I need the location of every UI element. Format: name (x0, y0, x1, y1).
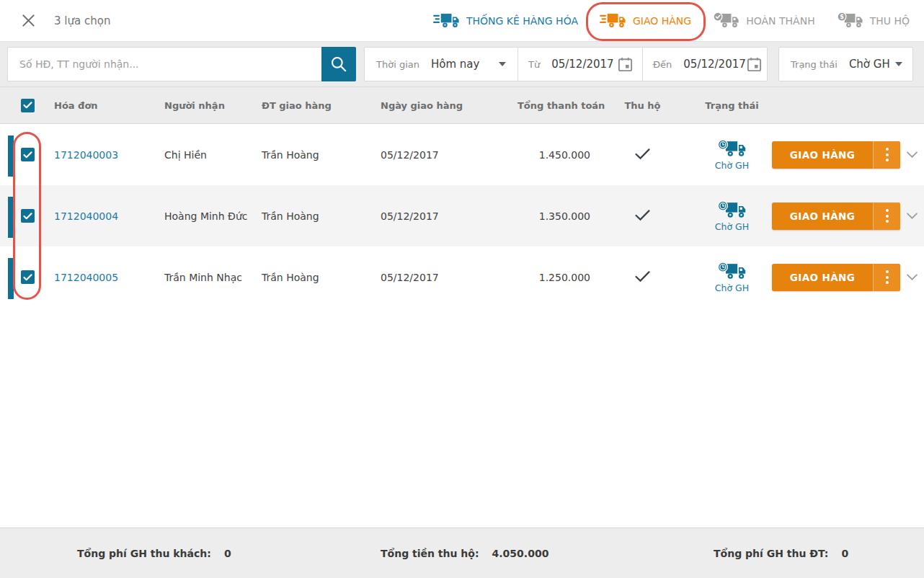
tab-giao-hang[interactable]: GIAO HÀNG (600, 12, 691, 30)
truck-clock-icon (717, 262, 747, 281)
status-cell: Chờ GH (692, 262, 772, 293)
time-range-dropdown[interactable]: Thời gian Hôm nay (365, 48, 517, 81)
filter-bar: Thời gian Hôm nay Từ 05/12/2017 Đến 05/1… (0, 42, 924, 86)
status-label: Chờ GH (715, 221, 749, 232)
tab-label: THU HỘ (870, 15, 910, 27)
total-amount: 1.350.000 (517, 210, 593, 222)
cod-collected-check-icon (634, 209, 651, 221)
tab-label: GIAO HÀNG (633, 15, 691, 27)
deliver-button-label: GIAO HÀNG (772, 203, 873, 230)
status-label: Chờ GH (715, 283, 749, 293)
tab-thong-ke-hang-hoa[interactable]: THỐNG KÊ HÀNG HÓA (433, 12, 578, 30)
recipient-name: Hoàng Minh Đức (164, 210, 262, 222)
to-date-value: 05/12/2017 (683, 58, 745, 71)
calendar-icon[interactable] (746, 56, 763, 73)
row-checkbox[interactable] (21, 148, 35, 161)
delivery-management-screen: 3 lựa chọn THỐNG KÊ HÀNG HÓA (0, 0, 924, 578)
tab-thu-ho[interactable]: $ THU HỘ (837, 12, 910, 30)
column-header-cod: Thu hộ (593, 100, 692, 111)
search-icon (329, 55, 348, 74)
delivery-date: 05/12/2017 (381, 272, 517, 283)
deliver-button[interactable]: GIAO HÀNG (772, 264, 900, 291)
calendar-icon[interactable] (617, 56, 634, 73)
column-header-total: Tổng thanh toán (517, 100, 593, 111)
deliver-button[interactable]: GIAO HÀNG (772, 141, 900, 169)
column-header-status: Trạng thái (692, 100, 772, 111)
column-header-date: Ngày giao hàng (381, 100, 517, 111)
truck-clock-icon (717, 139, 747, 159)
deliver-button-label: GIAO HÀNG (772, 264, 873, 291)
more-options-button[interactable] (873, 203, 900, 230)
partner-fee-label: Tổng phí GH thu ĐT: (714, 548, 828, 559)
tab-hoan-thanh[interactable]: HOÀN THÀNH (713, 12, 814, 30)
truck-clock-icon (717, 200, 747, 220)
row-checkbox[interactable] (21, 270, 35, 284)
deliver-button[interactable]: GIAO HÀNG (772, 203, 900, 230)
status-cell: Chờ GH (692, 139, 772, 171)
time-label: Thời gian (376, 59, 419, 70)
search-input[interactable] (7, 47, 321, 81)
check-icon (23, 151, 32, 159)
expand-row-button[interactable] (907, 213, 918, 219)
selected-row-accent (8, 135, 14, 177)
status-filter-value: Chờ GH (849, 58, 890, 71)
status-label: Chờ GH (715, 160, 749, 171)
chevron-down-icon (499, 62, 506, 66)
invoice-number-link[interactable]: 1712040004 (54, 210, 118, 222)
column-header-recipient: Người nhận (164, 100, 262, 111)
delivery-tabs: THỐNG KÊ HÀNG HÓA GIAO HÀNG HOÀN T (433, 12, 910, 30)
partner-fee-value: 0 (841, 548, 848, 559)
svg-text:$: $ (840, 13, 844, 20)
table-header-row: Hóa đơn Người nhận ĐT giao hàng Ngày gia… (0, 86, 924, 124)
from-date-field[interactable]: Từ 05/12/2017 (517, 48, 642, 81)
chevron-down-icon (907, 274, 918, 280)
status-filter-label: Trạng thái (791, 59, 838, 70)
invoice-number-link[interactable]: 1712040003 (54, 149, 118, 161)
delivery-date: 05/12/2017 (381, 149, 517, 161)
invoice-number-link[interactable]: 1712040005 (54, 272, 118, 283)
summary-footer: Tổng phí GH thu khách: 0 Tổng tiền thu h… (0, 528, 924, 578)
selection-count-label: 3 lựa chọn (54, 14, 110, 27)
cod-total-label: Tổng tiền thu hộ: (381, 548, 479, 559)
table-body: 1712040003 Chị Hiền Trần Hoàng 05/12/201… (0, 124, 924, 308)
date-filter-box: Thời gian Hôm nay Từ 05/12/2017 Đến 05/1… (364, 47, 768, 81)
customer-fee-value: 0 (224, 548, 231, 559)
delivery-partner-name: Trần Hoàng (262, 149, 381, 161)
tab-label: HOÀN THÀNH (746, 15, 814, 27)
truck-dollar-icon: $ (837, 12, 863, 30)
cod-collected-check-icon (634, 148, 651, 160)
chevron-down-icon (907, 213, 918, 219)
from-label: Từ (528, 59, 540, 70)
select-all-checkbox[interactable] (21, 99, 35, 112)
table-row: 1712040004 Hoàng Minh Đức Trần Hoàng 05/… (0, 185, 924, 246)
status-filter-dropdown[interactable]: Trạng thái Chờ GH (778, 47, 913, 81)
deliver-button-label: GIAO HÀNG (772, 141, 873, 169)
close-icon (22, 14, 35, 27)
column-header-phone: ĐT giao hàng (262, 100, 381, 111)
to-date-field[interactable]: Đến 05/12/2017 (642, 48, 767, 81)
delivery-partner-name: Trần Hoàng (262, 210, 381, 222)
customer-fee-summary: Tổng phí GH thu khách: 0 (77, 548, 231, 559)
truck-dispatch-icon (433, 12, 460, 30)
expand-row-button[interactable] (907, 274, 918, 280)
delivery-partner-name: Trần Hoàng (262, 272, 381, 283)
total-amount: 1.450.000 (517, 149, 593, 161)
selected-row-accent (8, 197, 14, 238)
expand-row-button[interactable] (907, 151, 918, 158)
time-value: Hôm nay (431, 58, 479, 71)
total-amount: 1.250.000 (517, 272, 593, 283)
column-header-invoice: Hóa đơn (54, 100, 164, 111)
status-cell: Chờ GH (692, 200, 772, 232)
to-label: Đến (653, 59, 672, 70)
row-checkbox[interactable] (21, 209, 35, 223)
more-options-button[interactable] (873, 141, 900, 169)
chevron-down-icon (907, 151, 918, 158)
cod-collected-check-icon (634, 270, 651, 283)
more-options-button[interactable] (873, 264, 900, 291)
recipient-name: Trần Minh Nhạc (164, 272, 262, 283)
close-selection-button[interactable] (20, 13, 36, 29)
search-group (7, 47, 356, 81)
truck-check-icon (713, 12, 739, 30)
delivery-date: 05/12/2017 (381, 210, 517, 222)
search-button[interactable] (321, 47, 356, 81)
